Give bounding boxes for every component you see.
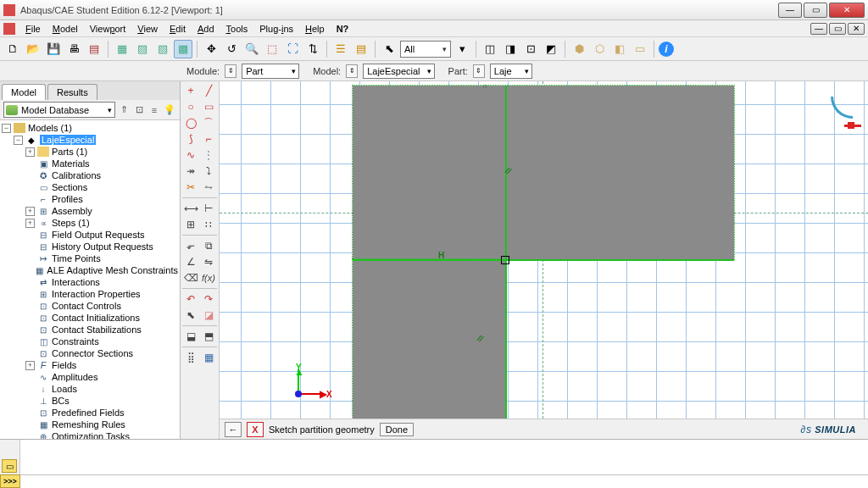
expand-toggle[interactable]: + [25, 361, 35, 370]
tree-optimization[interactable]: Optimization Tasks [52, 431, 130, 439]
offset-tool-icon[interactable]: ↠ [182, 164, 199, 179]
fillet-tool-icon[interactable]: ⌐ [200, 131, 217, 147]
cursor-tool-icon[interactable]: ⬉ [182, 308, 199, 323]
minimize-button[interactable]: ― [778, 3, 802, 18]
tree-model-item[interactable]: LajeEspecial [40, 135, 96, 145]
point-tool-icon[interactable]: + [182, 83, 199, 98]
render-shaded-edges-icon[interactable]: ▩ [174, 40, 192, 58]
sel-mode3-icon[interactable]: ⊡ [521, 40, 540, 58]
construction-tool-icon[interactable]: ⋮ [200, 147, 217, 163]
orientation-triad[interactable] [822, 97, 853, 127]
iso3-icon[interactable]: ◧ [610, 40, 629, 58]
options2-icon[interactable]: ▦ [200, 350, 217, 365]
iso4-icon[interactable]: ▭ [631, 40, 649, 58]
view1-icon[interactable]: ☰ [331, 40, 350, 58]
rect-tool-icon[interactable]: ▭ [200, 99, 217, 114]
menu-help[interactable]: Help [300, 22, 330, 36]
model-tree[interactable]: −Models (1) −◆LajeEspecial +Parts (1) ▣M… [0, 120, 180, 439]
tree-field-output[interactable]: Field Output Requests [52, 230, 144, 240]
expand-toggle[interactable]: − [2, 124, 11, 133]
tree-remesh[interactable]: Remeshing Rules [52, 419, 125, 430]
trim-tool-icon[interactable]: ✂ [182, 180, 199, 195]
geometry-edge[interactable] [505, 86, 507, 419]
arc3p-tool-icon[interactable]: ⟆ [182, 131, 199, 147]
info-icon[interactable]: i [659, 42, 674, 57]
zoom-box-button[interactable]: ⬚ [263, 40, 281, 58]
tree-materials[interactable]: Materials [52, 158, 90, 169]
db-copy-icon[interactable]: ⊡ [132, 103, 146, 117]
tree-calibrations[interactable]: Calibrations [52, 170, 101, 180]
maximize-button[interactable]: ▭ [804, 3, 827, 18]
tree-bcs[interactable]: BCs [52, 396, 70, 406]
save-button[interactable]: 💾 [44, 40, 63, 58]
selection-filter-dropdown[interactable]: All [400, 41, 451, 58]
select-button[interactable]: ⬉ [380, 40, 398, 58]
database-dropdown[interactable]: Model Database [3, 102, 115, 118]
module-step-button[interactable]: ⇕ [225, 64, 236, 78]
print-button[interactable]: 🖶 [64, 40, 83, 58]
tree-ale[interactable]: ALE Adaptive Mesh Constraints [47, 265, 178, 275]
circle-tool-icon[interactable]: ○ [182, 99, 199, 114]
undo-tool-icon[interactable]: ↶ [182, 291, 199, 307]
tree-models[interactable]: Models (1) [28, 123, 72, 133]
tree-profiles[interactable]: Profiles [52, 194, 83, 204]
back-button[interactable]: ← [225, 422, 242, 437]
cancel-button[interactable]: X [247, 422, 264, 437]
database-icon[interactable]: ▤ [85, 40, 103, 58]
angle-tool-icon[interactable]: ∠ [182, 254, 199, 269]
tree-contact-stab[interactable]: Contact Stabilizations [52, 324, 142, 335]
tree-parts[interactable]: Parts (1) [52, 147, 87, 157]
mdi-restore-button[interactable]: ▭ [829, 23, 846, 35]
dots-tool-icon[interactable]: ∷ [200, 217, 217, 232]
fit-button[interactable]: ⛶ [283, 40, 302, 58]
tree-loads[interactable]: Loads [52, 384, 77, 394]
rotate-button[interactable]: ↺ [222, 40, 241, 58]
extend-tool-icon[interactable]: ⥊ [200, 180, 217, 195]
render-hidden-icon[interactable]: ▨ [133, 40, 152, 58]
save-sketch-icon[interactable]: ⬓ [182, 329, 199, 344]
hdim-tool-icon[interactable]: ⟷ [182, 201, 199, 216]
open-button[interactable]: 📂 [24, 40, 42, 58]
tree-sections[interactable]: Sections [52, 182, 87, 192]
menu-plugins[interactable]: Plug-ins [254, 22, 298, 36]
sel-mode4-icon[interactable]: ◩ [542, 40, 560, 58]
cycle-view-button[interactable]: ⇅ [303, 40, 322, 58]
message-body[interactable] [20, 440, 868, 474]
tree-interactions[interactable]: Interactions [52, 277, 100, 287]
iso2-icon[interactable]: ⬡ [590, 40, 609, 58]
tab-model[interactable]: Model [2, 84, 46, 100]
arc-tool-icon[interactable]: ⌒ [200, 115, 217, 130]
line-tool-icon[interactable]: ╱ [200, 83, 217, 98]
iso1-icon[interactable]: ⬢ [570, 40, 588, 58]
part-step-button[interactable]: ⇕ [473, 64, 485, 78]
db-config-icon[interactable]: ≡ [147, 103, 161, 117]
expand-toggle[interactable]: + [25, 207, 35, 216]
ellipse-tool-icon[interactable]: ◯ [182, 115, 199, 130]
expand-toggle[interactable]: + [25, 219, 35, 228]
move-tool-icon[interactable]: ⬐ [182, 238, 199, 253]
part-dropdown[interactable]: Laje [490, 64, 532, 79]
sel-mode2-icon[interactable]: ◨ [501, 40, 520, 58]
render-shaded-icon[interactable]: ▧ [153, 40, 172, 58]
expand-toggle[interactable]: − [14, 136, 23, 145]
load-sketch-icon[interactable]: ⬒ [200, 329, 217, 344]
module-dropdown[interactable]: Part [242, 64, 299, 79]
tree-contact-init[interactable]: Contact Initializations [52, 313, 140, 323]
model-step-button[interactable]: ⇕ [346, 64, 358, 78]
sel-mode1-icon[interactable]: ◫ [481, 40, 499, 58]
message-tab-icon[interactable]: ▭ [2, 459, 17, 473]
tree-predefined[interactable]: Predefined Fields [52, 408, 125, 418]
cli-button[interactable]: >>> [0, 474, 20, 488]
new-button[interactable]: 🗋 [3, 40, 22, 58]
copy-tool-icon[interactable]: ⧉ [200, 238, 217, 253]
tree-amplitudes[interactable]: Amplitudes [52, 372, 97, 382]
menu-whatsthis[interactable]: N? [331, 22, 354, 36]
delete-tool-icon[interactable]: ⌫ [182, 270, 199, 286]
db-tip-icon[interactable]: 💡 [163, 103, 176, 117]
menu-model[interactable]: Model [47, 22, 83, 36]
erase-tool-icon[interactable]: ◪ [200, 308, 217, 323]
zoom-button[interactable]: 🔍 [242, 40, 261, 58]
render-wire-icon[interactable]: ▦ [113, 40, 131, 58]
close-button[interactable]: ✕ [829, 3, 865, 18]
project-tool-icon[interactable]: ⤵ [200, 164, 217, 179]
